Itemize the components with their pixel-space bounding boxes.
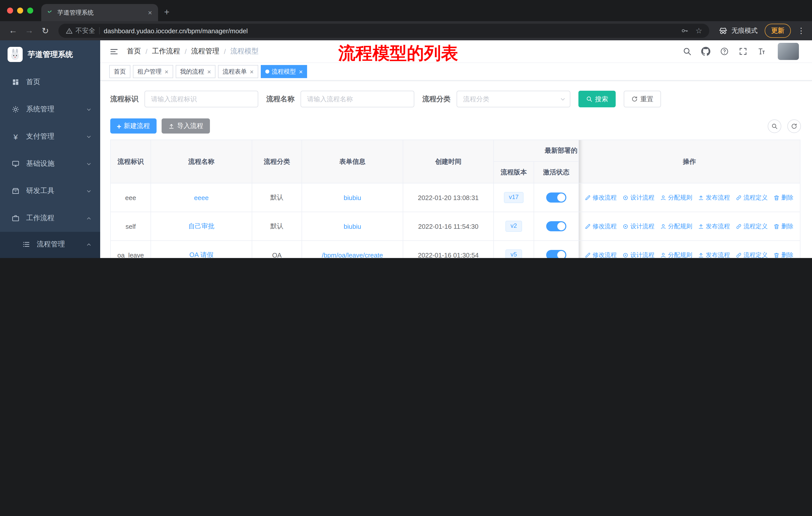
cell-process-id: self (111, 212, 151, 241)
password-key-icon[interactable] (680, 27, 689, 35)
process-definition-link[interactable]: 流程定义 (735, 251, 768, 258)
maximize-window-button[interactable] (27, 7, 33, 13)
close-icon[interactable]: × (299, 68, 303, 75)
toggle-search-button[interactable] (768, 119, 781, 133)
sidebar-item-system[interactable]: 系统管理 (0, 96, 100, 123)
tagview-process-form[interactable]: 流程表单 × (218, 65, 258, 78)
edit-process-link[interactable]: 修改流程 (584, 251, 617, 258)
close-icon[interactable]: × (250, 68, 254, 75)
design-process-link[interactable]: 设计流程 (622, 193, 655, 202)
browser-toolbar: ← → ↻ 不安全 dashboard.yudao.iocoder.cn/bpm… (0, 21, 812, 40)
fullscreen-icon[interactable] (738, 47, 748, 56)
process-name-link[interactable]: eeee (194, 194, 209, 201)
form-info-link[interactable]: biubiu (344, 222, 361, 230)
close-icon[interactable]: × (165, 68, 168, 75)
page-content: 流程标识 流程名称 流程分类 (100, 81, 812, 258)
sidebar-item-infra[interactable]: 基础设施 (0, 150, 100, 178)
app-header: 首页 / 工作流程 / 流程管理 / 流程模型 流程模型的列表 (100, 40, 812, 63)
breadcrumb-process-management[interactable]: 流程管理 (191, 47, 220, 56)
back-button[interactable]: ← (6, 24, 20, 38)
reset-button[interactable]: 重置 (624, 91, 661, 107)
publish-process-link[interactable]: 发布流程 (698, 222, 730, 230)
logo-rabbit-icon (7, 47, 23, 62)
toolbox-icon (11, 187, 20, 195)
design-process-link[interactable]: 设计流程 (622, 251, 655, 258)
github-icon[interactable] (701, 47, 710, 56)
tagview-my-process[interactable]: 我的流程 × (175, 65, 215, 78)
process-definition-link[interactable]: 流程定义 (735, 193, 768, 202)
category-select[interactable] (457, 91, 570, 107)
cell-category: 默认 (252, 184, 302, 212)
reload-button[interactable]: ↻ (38, 24, 52, 38)
sidebar-item-process-form[interactable]: 流程表单 (0, 257, 100, 258)
process-id-input[interactable] (144, 91, 258, 107)
form-info-link[interactable]: biubiu (344, 194, 361, 201)
assign-rule-link[interactable]: 分配规则 (660, 251, 692, 258)
search-button[interactable]: 搜索 (578, 91, 616, 107)
tagview-tenant[interactable]: 租户管理 × (133, 65, 173, 78)
link-icon (735, 194, 742, 201)
breadcrumb-workflow[interactable]: 工作流程 (152, 47, 180, 56)
tab-close-button[interactable]: × (147, 8, 153, 17)
process-name-link[interactable]: OA 请假 (189, 250, 213, 258)
edit-process-link[interactable]: 修改流程 (584, 222, 617, 230)
assign-rule-link[interactable]: 分配规则 (660, 193, 692, 202)
close-icon[interactable]: × (207, 68, 211, 75)
cell-form-info: /bpm/oa/leave/create (302, 241, 403, 258)
active-switch[interactable] (546, 250, 566, 258)
user-avatar[interactable] (778, 43, 799, 60)
sidebar-item-home[interactable]: 首页 (0, 69, 100, 96)
search-icon (771, 123, 778, 129)
trash-icon (773, 252, 780, 258)
cell-version: v2 (494, 212, 534, 241)
create-process-button[interactable]: + 新建流程 (110, 118, 156, 134)
address-bar[interactable]: 不安全 dashboard.yudao.iocoder.cn/bpm/manag… (58, 24, 709, 38)
edit-icon (584, 194, 591, 201)
tagview-home[interactable]: 首页 (109, 65, 130, 78)
header-latest-deploy-group: 最新部署的 (494, 140, 579, 162)
delete-link[interactable]: 删除 (773, 251, 793, 258)
sidebar-item-workflow[interactable]: 工作流程 (0, 205, 100, 232)
publish-process-link[interactable]: 发布流程 (698, 251, 730, 258)
new-tab-button[interactable]: + (164, 4, 169, 18)
tab-title: 芋道管理系统 (57, 8, 143, 17)
publish-icon (698, 194, 704, 201)
workflow-submenu: 流程管理 流程表单 用户分组 流程模型 任务管理 (0, 232, 100, 258)
delete-link[interactable]: 删除 (773, 193, 793, 202)
font-size-icon[interactable] (757, 47, 766, 56)
help-icon[interactable] (720, 47, 729, 56)
form-info-link[interactable]: /bpm/oa/leave/create (322, 251, 383, 258)
publish-process-link[interactable]: 发布流程 (698, 193, 730, 202)
refresh-table-button[interactable] (787, 119, 801, 133)
sidebar-toggle-icon[interactable] (109, 47, 119, 56)
process-definition-link[interactable]: 流程定义 (735, 222, 768, 230)
update-button[interactable]: 更新 (765, 24, 791, 38)
incognito-label: 无痕模式 (731, 26, 758, 35)
security-chip[interactable]: 不安全 (65, 26, 95, 35)
active-switch[interactable] (546, 221, 566, 231)
assign-rule-link[interactable]: 分配规则 (660, 222, 692, 230)
sidebar-item-payment[interactable]: ¥ 支付管理 (0, 123, 100, 150)
sidebar-item-process-management[interactable]: 流程管理 (0, 232, 100, 257)
browser-menu-button[interactable]: ⋮ (798, 26, 805, 35)
delete-link[interactable]: 删除 (773, 222, 793, 230)
minimize-window-button[interactable] (17, 7, 23, 13)
sidebar-item-devtools[interactable]: 研发工具 (0, 178, 100, 205)
forward-button[interactable]: → (22, 24, 36, 38)
bookmark-star-icon[interactable]: ☆ (695, 26, 702, 35)
breadcrumb-home[interactable]: 首页 (127, 47, 141, 56)
search-icon[interactable] (683, 47, 692, 56)
tagview-process-model[interactable]: 流程模型 × (261, 65, 307, 78)
design-process-link[interactable]: 设计流程 (622, 222, 655, 230)
trash-icon (773, 194, 780, 201)
process-name-input[interactable] (300, 91, 414, 107)
browser-tab[interactable]: 芋道管理系统 × (41, 4, 158, 21)
cell-active-status (534, 184, 579, 212)
edit-process-link[interactable]: 修改流程 (584, 193, 617, 202)
close-window-button[interactable] (7, 7, 13, 13)
cell-category: OA (252, 241, 302, 258)
process-name-link[interactable]: 自己审批 (188, 222, 214, 231)
active-switch[interactable] (546, 192, 566, 202)
edit-icon (584, 223, 591, 229)
import-process-button[interactable]: 导入流程 (162, 118, 210, 134)
